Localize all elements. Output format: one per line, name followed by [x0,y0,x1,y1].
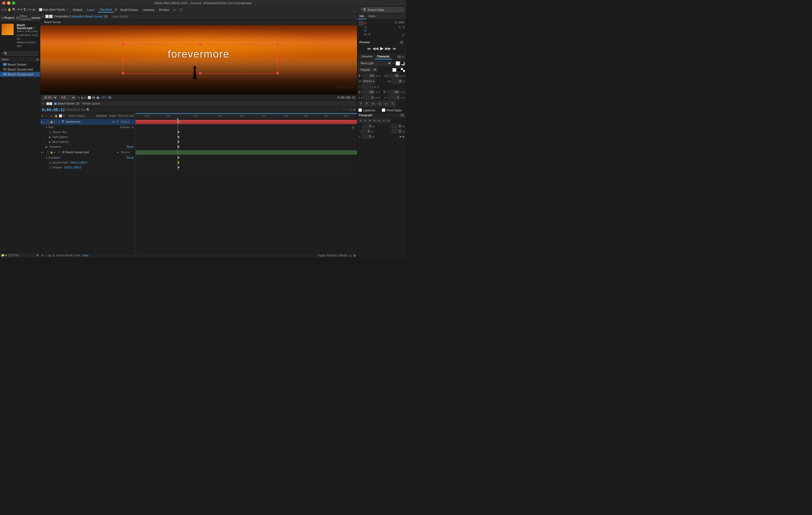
font-size-input[interactable] [364,74,375,78]
playhead[interactable] [178,119,178,170]
breadcrumb[interactable]: Beach Sunset [42,20,63,24]
baseline-dropdown[interactable]: ▾ [378,96,380,99]
visibility-1[interactable]: ● [41,120,42,123]
libraries-tab[interactable]: Libraries [359,54,375,59]
position-value[interactable]: 1920.0,1080.0 [64,166,81,169]
resolution-icon[interactable]: ⬜ [88,96,91,99]
visibility-2[interactable]: ● [41,151,42,154]
baseline-input[interactable] [363,95,374,99]
composition-flowchart[interactable]: ⬡ [349,108,352,112]
font-style-select[interactable]: Regular [358,67,377,72]
motion-path-icon[interactable]: ◉ [353,254,356,257]
fill-color-swatch[interactable] [396,61,400,66]
first-frame-btn[interactable]: ⏮ [367,46,371,51]
close-button[interactable] [2,1,5,5]
horiz-scale-input[interactable] [388,90,400,94]
align-right-btn[interactable]: ≡ [368,118,372,123]
tsukuri-dropdown[interactable]: ▾ [404,80,405,83]
composition-mini-flowchart[interactable]: ⊕ [353,108,355,112]
font-select[interactable]: Nexa Light [358,61,392,66]
prev-frame-btn[interactable]: ◀◀ [373,46,378,51]
para-menu-icon[interactable] [400,114,404,117]
fx-1[interactable]: fx [116,120,120,123]
project-search[interactable] [0,50,40,57]
all-caps-btn[interactable]: TT [370,101,376,107]
search-input[interactable] [368,8,400,11]
left-indent-input[interactable] [362,124,372,128]
more-workspaces-icon[interactable]: >> [172,8,177,11]
workspace-options-icon[interactable]: ☰ [115,8,117,11]
close-comp-icon[interactable]: ✕ [42,15,44,18]
pen-tool[interactable]: ✒ [20,8,23,11]
sort-icon[interactable]: ⊞ [36,58,38,61]
stroke-dropdown[interactable]: ▾ [377,85,379,88]
play-btn[interactable]: ▶ [380,46,383,51]
maximize-button[interactable] [12,1,15,5]
project-item-video1[interactable]: Beach Sunset.mp4 [0,67,40,72]
checker-swatch[interactable] [401,68,405,72]
expand-icon[interactable]: ⊞ [78,96,80,99]
char-expand-icon[interactable]: >> [401,56,404,58]
tsume-dropdown[interactable]: ▾ [404,96,405,99]
black-swatch[interactable] [397,68,401,72]
timeline-tab[interactable]: Beach Sunset [54,102,80,105]
white-swatch[interactable] [393,68,396,72]
parent-none-2[interactable]: None ▾ [121,151,135,154]
pen-icon-2[interactable]: ✒ [117,151,120,154]
comp-menu-icon[interactable] [104,15,108,18]
graph-editor-icon[interactable]: ▲ [349,254,352,257]
space-after-input[interactable] [392,129,401,133]
justify-center-btn[interactable]: ≡ [377,118,381,123]
tracking-dropdown[interactable]: Metrics ▾ [362,79,375,83]
tsume-input[interactable] [388,95,400,99]
new-folder-icon[interactable]: 📁 [1,254,4,257]
solo-2[interactable] [47,151,50,154]
auto-open-panels[interactable]: Auto-Open Panels [43,8,65,11]
standard-workspace[interactable]: Standard [98,7,114,12]
next-frame-btn[interactable]: ▶▶ [385,46,391,51]
lock-1[interactable]: 🔓 [50,121,53,123]
plus-icon[interactable]: + [402,33,404,37]
expand-1[interactable]: ▾ [54,121,57,123]
indent-first-input[interactable] [361,135,372,139]
shape-tool[interactable]: □ [26,8,28,11]
small-caps-btn[interactable]: Tt [377,101,382,107]
grid-icon[interactable]: ⊞ [84,96,87,99]
play-btn-para2[interactable]: ▶ [403,135,405,138]
transform-2-row[interactable]: ▾ Transform Reset [40,155,135,160]
character-tab[interactable]: Character [375,54,392,59]
search-bar[interactable]: 🔍 [361,7,404,12]
motion-blur-1[interactable]: ⊞ [112,120,116,123]
animate-label[interactable]: Animate: ⊕ [120,126,135,129]
justify-all-btn[interactable]: ≡ [387,118,391,123]
char-menu-icon[interactable] [397,55,401,58]
line-height-input[interactable] [388,74,399,78]
stroke-input[interactable] [361,85,373,89]
small-screen-workspace[interactable]: Small Screen [118,7,140,12]
libraries-workspace[interactable]: Libraries [141,7,156,12]
new-comp-icon[interactable]: ▶ [5,254,7,257]
text-group-row[interactable]: ▾ Text Animate: ⊕ [40,125,135,130]
italic-btn[interactable]: T [358,101,363,107]
search-timeline-icon[interactable]: 🔍 [86,108,90,112]
parent-none-1[interactable]: None ▾ [121,120,135,123]
stopwatch-text[interactable]: ◷ [352,126,354,129]
info-tab[interactable]: Info [357,13,366,19]
reset-transform-1[interactable]: Reset [126,145,135,148]
home-icon[interactable]: ⌂ [2,8,3,12]
tsukuri-input[interactable] [391,79,403,83]
comp-tab-label[interactable]: Composition Composition Beach Sunset [54,15,103,18]
expand-2[interactable]: ▾ [54,151,57,154]
safe-margins-icon[interactable]: ▣ [81,96,83,99]
zoom-tool[interactable]: 🔍 [12,8,16,11]
audio-tab[interactable]: Audio [366,13,378,19]
hand-tool[interactable]: ✋ [8,8,11,11]
stencil-icon[interactable]: ⊞ [52,254,54,257]
ligatures-checkbox[interactable] [358,108,362,112]
rotate-tool[interactable]: ↺ [17,8,19,11]
justify-left-btn[interactable]: ≡ [373,118,377,123]
anchor-value[interactable]: 1920.0,1080.0 [70,161,87,164]
path-options-row[interactable]: ▶ Path Options [40,135,135,140]
reset-transform-2[interactable]: Reset [126,156,135,159]
add-marker-icon[interactable]: ⊕ [41,254,44,257]
